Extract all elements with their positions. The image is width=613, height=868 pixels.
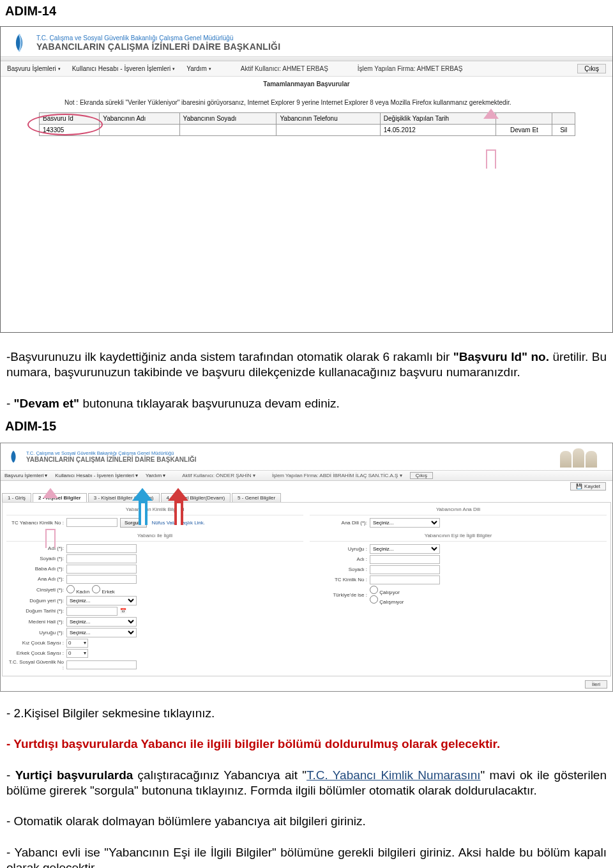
highlight-arrow-tab2 — [39, 512, 62, 545]
baba-adi-field[interactable] — [66, 565, 137, 574]
calendar-icon[interactable]: 📅 — [120, 608, 126, 614]
esi-soyadi-field[interactable] — [370, 565, 440, 574]
active-user: Aktif Kullanıcı: ÖNDER ŞAHİN ▾ — [182, 473, 255, 478]
header-people-image — [550, 446, 607, 468]
col-yabanci-adi: Yabancının Adı — [100, 113, 179, 125]
label-kiz-cocuk: Kız Çocuk Sayısı : — [6, 640, 64, 646]
tab-5-genel-bilgiler[interactable]: 5 - Genel Bilgiler — [232, 493, 281, 502]
kaydet-button[interactable]: 💾Kaydet — [570, 482, 606, 491]
soyadi-field[interactable] — [66, 554, 137, 563]
label-cinsiyeti: Cinsiyeti (*): — [6, 587, 64, 593]
tc-kimlik-field[interactable] — [66, 518, 117, 527]
chevron-down-icon: ▾ — [58, 66, 61, 72]
sgk-no-field[interactable] — [66, 660, 137, 669]
label-uyrugu: Uyruğu (*): — [6, 630, 64, 636]
save-icon: 💾 — [576, 483, 582, 489]
menu-yardim[interactable]: Yardım ▾ — [146, 473, 165, 478]
cell-adi — [100, 125, 179, 136]
form-panel: Yabancının Kimlik Bilgileri TC Yabancı K… — [2, 502, 611, 676]
col-basvuru-id: Basvuru Id — [40, 113, 100, 125]
col-degisiklik-tarih: Değişiklik Yapılan Tarih — [380, 113, 496, 125]
devam-et-link[interactable]: Devam Et — [496, 125, 552, 136]
ana-dili-select[interactable]: Seçiniz... — [370, 518, 440, 528]
browser-warning-note: Not : Ekranda sürekli "Veriler Yükleniyo… — [7, 96, 606, 112]
highlight-arrow-devam-et — [480, 133, 503, 166]
step-15-heading: ADIM-15 — [0, 416, 613, 438]
header-text: T.C. Çalışma ve Sosyal Güvenlik Bakanlığ… — [36, 34, 280, 52]
cell-basvuru-id: 143305 — [40, 125, 100, 136]
col-action-sil — [552, 113, 575, 125]
kiz-cocuk-stepper[interactable]: 0▾ — [66, 639, 88, 648]
cell-telefon — [276, 125, 380, 136]
menu-basvuru-islemleri[interactable]: Başvuru İşlemleri ▾ — [4, 473, 47, 478]
screenshot-1: T.C. Çalışma ve Sosyal Güvenlik Bakanlığ… — [0, 26, 613, 333]
chevron-down-icon: ▾ — [172, 66, 175, 72]
medeni-hali-select[interactable]: Seçiniz... — [66, 617, 137, 627]
label-soyadi: Soyadı (*): — [6, 556, 64, 561]
label-sgk-no: T.C. Sosyal Güvenlik No : — [6, 659, 64, 671]
tab-1-giris[interactable]: 1 - Giriş — [2, 493, 31, 502]
radio-erkek[interactable]: Erkek — [92, 585, 115, 595]
label-erkek-cocuk: Erkek Çocuk Sayısı : — [6, 650, 64, 656]
top-menu-2: Başvuru İşlemleri ▾ Kullanıcı Hesabı - İ… — [1, 470, 612, 481]
active-firm: İşlem Yapılan Firma: AHMET ERBAŞ — [358, 65, 463, 72]
radio-calisiyor[interactable]: Çalışıyor — [370, 590, 400, 595]
ana-adi-field[interactable] — [66, 575, 137, 584]
uyrugu-select[interactable]: Seçiniz... — [66, 628, 137, 637]
col-action-devam — [496, 113, 552, 125]
fieldset-title-ana-dili: Yabancının Ana Dili — [310, 505, 607, 515]
page-subtitle: Tamamlanmayan Başvurular — [1, 77, 612, 96]
ministry-name: T.C. Çalışma ve Sosyal Güvenlik Bakanlığ… — [36, 34, 280, 42]
esi-uyrugu-select[interactable]: Seçiniz... — [370, 544, 440, 554]
erkek-cocuk-stepper[interactable]: 0▾ — [66, 649, 88, 658]
sil-link[interactable]: Sil — [552, 125, 575, 136]
label-ana-dili: Ana Dili (*): — [310, 520, 367, 526]
top-menu: Başvuru İşlemleri▾ Kullanıcı Hesabı - İş… — [1, 61, 612, 77]
label-dogum-yeri: Doğum yeri (*): — [6, 598, 64, 604]
menu-kullanici-hesabi[interactable]: Kullanıcı Hesabı - İşveren İşlemleri▾ — [72, 65, 176, 72]
adi-field[interactable] — [66, 544, 137, 553]
label-esi-tc: TC Kimlik No : — [310, 577, 367, 582]
chevron-down-icon: ▾ — [209, 66, 211, 72]
label-esi-soyadi: Soyadı : — [310, 567, 367, 572]
dogum-tarihi-field[interactable] — [66, 607, 117, 616]
dogum-yeri-select[interactable]: Seçiniz... — [66, 596, 137, 605]
menu-kullanici-hesabi[interactable]: Kullanıcı Hesabı - İşveren İşlemleri ▾ — [55, 473, 138, 478]
radio-kadin[interactable]: Kadın — [66, 585, 89, 595]
instruction-paragraph-2: - "Devam et" butonuna tıklayarak başvuru… — [0, 386, 613, 416]
esi-tc-field[interactable] — [370, 575, 440, 584]
logout-button[interactable]: Çıkış — [410, 472, 433, 479]
logout-button[interactable]: Çıkış — [577, 64, 606, 73]
ministry-name: T.C. Çalışma ve Sosyal Güvenlik Bakanlığ… — [26, 450, 196, 456]
instruction-l5: - Yabancı evli ise "Yabancının Eşi ile İ… — [0, 835, 613, 869]
fieldset-title-esi: Yabancının Eşi ile İlgili Bilgiler — [310, 531, 607, 542]
radio-calismiyor[interactable]: Çalışmıyor — [370, 599, 404, 605]
esi-adi-field[interactable] — [370, 555, 440, 564]
app-header: T.C. Çalışma ve Sosyal Güvenlik Bakanlığ… — [1, 27, 612, 56]
col-yabanci-telefonu: Yabancının Telefonu — [276, 113, 380, 125]
instruction-l1: - 2.Kişisel Bilgiler sekmesine tıklayını… — [0, 697, 613, 726]
cell-tarih: 14.05.2012 — [380, 125, 496, 136]
menu-yardim[interactable]: Yardım▾ — [186, 65, 211, 72]
ministry-logo — [6, 449, 21, 464]
label-esi-turkiye: Türkiye'de ise : — [310, 592, 367, 598]
active-firm: İşlem Yapılan Firma: ABDİ İBRAHİM İLAÇ S… — [272, 473, 402, 478]
label-medeni-hali: Medeni Hali (*): — [6, 619, 64, 625]
ileri-button[interactable]: İleri — [585, 680, 607, 689]
form-tabs: 1 - Giriş 2 - Kişisel Bilgiler 3 - Kişis… — [1, 493, 612, 502]
dept-name: YABANCILARIN ÇALIŞMA İZİNLERİ DAİRE BAŞK… — [26, 456, 196, 463]
label-ana-adi: Ana Adı (*): — [6, 576, 64, 582]
col-yabanci-soyadi: Yabancının Soyadı — [179, 113, 276, 125]
dept-name: YABANCILARIN ÇALIŞMA İZİNLERİ DAİRE BAŞK… — [36, 42, 280, 52]
instruction-l2: - Yurtdışı başvurularda Yabancı ile ilgi… — [0, 726, 613, 757]
instruction-paragraph-1: -Başvurunuzu ilk kaydettiğiniz anda sist… — [0, 339, 613, 386]
app-header-2: T.C. Çalışma ve Sosyal Güvenlik Bakanlığ… — [1, 443, 612, 470]
screenshot-2: T.C. Çalışma ve Sosyal Güvenlik Bakanlığ… — [0, 443, 613, 692]
menu-basvuru-islemleri[interactable]: Başvuru İşlemleri▾ — [7, 65, 61, 72]
active-user: Aktif Kullanıcı: AHMET ERBAŞ — [241, 65, 328, 72]
tab-2-kisisel-bilgiler[interactable]: 2 - Kişisel Bilgiler — [33, 493, 87, 502]
label-esi-uyrugu: Uyruğu : — [310, 546, 367, 552]
instruction-l4: - Otomatik olarak dolmayan bölümlere yab… — [0, 803, 613, 834]
label-baba-adi: Baba Adı (*): — [6, 566, 64, 572]
label-esi-adi: Adı : — [310, 556, 367, 562]
